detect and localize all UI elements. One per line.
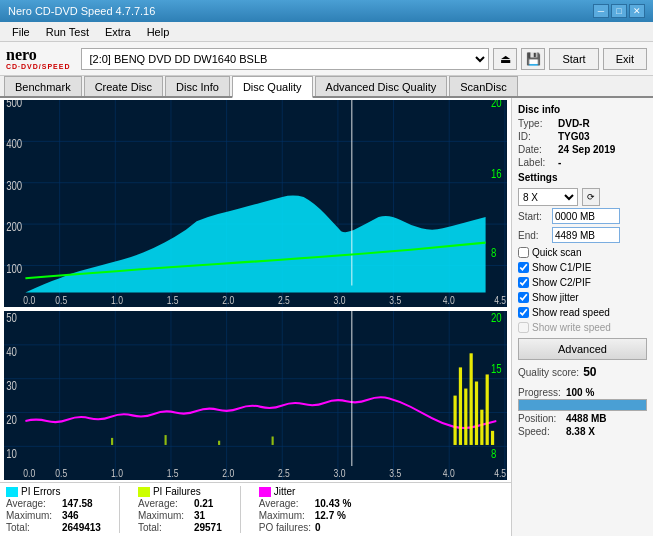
tab-benchmark[interactable]: Benchmark: [4, 76, 82, 96]
disc-date-row: Date: 24 Sep 2019: [518, 144, 647, 155]
progress-row: Progress: 100 %: [518, 387, 647, 398]
legend-pif: PI Failures Average: 0.21 Maximum: 31 To…: [138, 486, 222, 533]
legend-divider-1: [119, 486, 120, 533]
pif-avg-label: Average:: [138, 498, 190, 509]
svg-rect-74: [165, 435, 167, 445]
svg-rect-70: [480, 409, 483, 444]
svg-text:20: 20: [491, 100, 502, 109]
tab-disc-info[interactable]: Disc Info: [165, 76, 230, 96]
svg-rect-76: [272, 436, 274, 444]
svg-text:20: 20: [6, 412, 17, 426]
show-write-speed-checkbox[interactable]: [518, 322, 529, 333]
show-c2pif-checkbox[interactable]: [518, 277, 529, 288]
quick-scan-label: Quick scan: [532, 247, 581, 258]
menu-bar: File Run Test Extra Help: [0, 22, 653, 42]
legend-pie: PI Errors Average: 147.58 Maximum: 346 T…: [6, 486, 101, 533]
start-button[interactable]: Start: [549, 48, 598, 70]
speed-row: Speed: 8.38 X: [518, 426, 647, 437]
quick-scan-checkbox[interactable]: [518, 247, 529, 258]
svg-rect-73: [111, 438, 113, 445]
disc-label-value: -: [558, 157, 561, 168]
start-input[interactable]: [552, 208, 620, 224]
tab-advanced-disc-quality[interactable]: Advanced Disc Quality: [315, 76, 448, 96]
svg-text:300: 300: [6, 179, 22, 193]
menu-extra[interactable]: Extra: [97, 24, 139, 40]
save-button[interactable]: 💾: [521, 48, 545, 70]
svg-text:3.5: 3.5: [389, 467, 401, 479]
settings-refresh-button[interactable]: ⟳: [582, 188, 600, 206]
svg-text:100: 100: [6, 261, 22, 275]
settings-title: Settings: [518, 172, 647, 183]
menu-run-test[interactable]: Run Test: [38, 24, 97, 40]
show-jitter-checkbox[interactable]: [518, 292, 529, 303]
toolbar: nero CD·DVD/SPEED [2:0] BENQ DVD DD DW16…: [0, 42, 653, 76]
advanced-button[interactable]: Advanced: [518, 338, 647, 360]
svg-text:0.0: 0.0: [23, 467, 35, 479]
position-value: 4488 MB: [566, 413, 607, 424]
show-jitter-row: Show jitter: [518, 292, 647, 303]
svg-text:400: 400: [6, 137, 22, 151]
disc-label-label: Label:: [518, 157, 554, 168]
close-button[interactable]: ✕: [629, 4, 645, 18]
start-mb-row: Start:: [518, 208, 647, 224]
eject-button[interactable]: ⏏: [493, 48, 517, 70]
disc-label-row: Label: -: [518, 157, 647, 168]
tab-disc-quality[interactable]: Disc Quality: [232, 76, 313, 98]
pie-total-label: Total:: [6, 522, 58, 533]
legend-area: PI Errors Average: 147.58 Maximum: 346 T…: [0, 482, 511, 536]
jitter-avg-label: Average:: [259, 498, 311, 509]
disc-date-value: 24 Sep 2019: [558, 144, 615, 155]
svg-text:2.5: 2.5: [278, 294, 290, 306]
tab-create-disc[interactable]: Create Disc: [84, 76, 163, 96]
minimize-button[interactable]: ─: [593, 4, 609, 18]
show-c2pif-label: Show C2/PIF: [532, 277, 591, 288]
quality-score-label: Quality score:: [518, 367, 579, 378]
show-c2pif-row: Show C2/PIF: [518, 277, 647, 288]
svg-rect-72: [491, 431, 494, 445]
progress-label: Progress:: [518, 387, 562, 398]
pif-max-label: Maximum:: [138, 510, 190, 521]
svg-text:4.5: 4.5: [494, 294, 506, 306]
tab-scandisc[interactable]: ScanDisc: [449, 76, 517, 96]
show-read-speed-label: Show read speed: [532, 307, 610, 318]
window-controls: ─ □ ✕: [593, 4, 645, 18]
svg-rect-71: [486, 374, 489, 445]
jitter-color-box: [259, 487, 271, 497]
svg-text:200: 200: [6, 220, 22, 234]
chart-top-svg: 500 400 300 200 100 20 16 8 0.0 0.5 1.0 …: [4, 100, 507, 307]
disc-type-value: DVD-R: [558, 118, 590, 129]
svg-text:1.5: 1.5: [167, 294, 179, 306]
tab-bar: Benchmark Create Disc Disc Info Disc Qua…: [0, 76, 653, 98]
disc-id-row: ID: TYG03: [518, 131, 647, 142]
progress-section: Progress: 100 % Position: 4488 MB Speed:…: [518, 385, 647, 437]
svg-text:15: 15: [491, 362, 502, 376]
maximize-button[interactable]: □: [611, 4, 627, 18]
svg-text:20: 20: [491, 311, 502, 325]
jitter-po-label: PO failures:: [259, 522, 311, 533]
jitter-po-value: 0: [315, 522, 321, 533]
menu-help[interactable]: Help: [139, 24, 178, 40]
drive-select[interactable]: [2:0] BENQ DVD DD DW1640 BSLB: [81, 48, 490, 70]
svg-text:0.0: 0.0: [23, 294, 35, 306]
svg-text:30: 30: [6, 378, 17, 392]
show-read-speed-checkbox[interactable]: [518, 307, 529, 318]
exit-button[interactable]: Exit: [603, 48, 647, 70]
show-c1pie-checkbox[interactable]: [518, 262, 529, 273]
chart-area: 500 400 300 200 100 20 16 8 0.0 0.5 1.0 …: [0, 98, 511, 536]
chart-bottom: 50 40 30 20 10 20 15 8 0.0 0.5 1.0 1.5: [4, 311, 507, 480]
svg-text:40: 40: [6, 345, 17, 359]
disc-type-label: Type:: [518, 118, 554, 129]
svg-text:10: 10: [6, 446, 17, 460]
show-write-speed-row: Show write speed: [518, 322, 647, 333]
svg-text:3.5: 3.5: [389, 294, 401, 306]
end-input[interactable]: [552, 227, 620, 243]
menu-file[interactable]: File: [4, 24, 38, 40]
svg-rect-66: [459, 367, 462, 445]
position-label: Position:: [518, 413, 562, 424]
show-c1pie-row: Show C1/PIE: [518, 262, 647, 273]
svg-text:8: 8: [491, 246, 496, 260]
right-panel: Disc info Type: DVD-R ID: TYG03 Date: 24…: [511, 98, 653, 536]
speed-select[interactable]: 8 X: [518, 188, 578, 206]
svg-text:4.0: 4.0: [443, 294, 455, 306]
pie-max-label: Maximum:: [6, 510, 58, 521]
